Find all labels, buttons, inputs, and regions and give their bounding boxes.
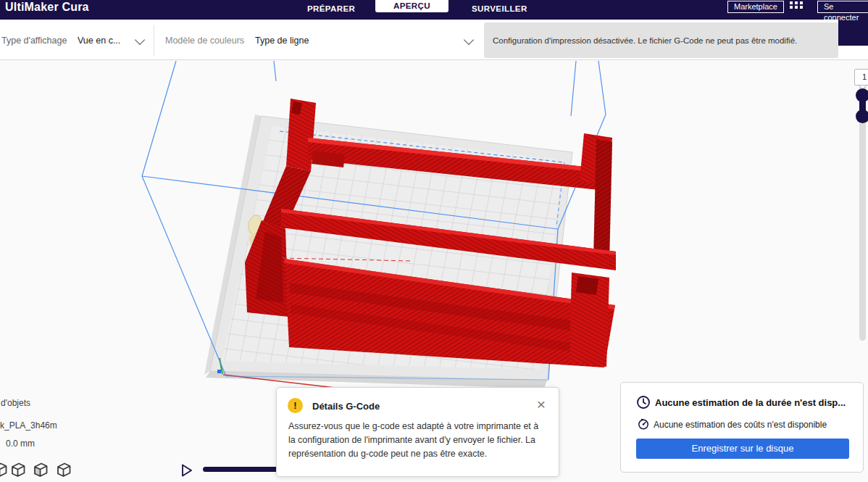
layer-slider-handle-bottom[interactable] — [856, 109, 868, 123]
dialog-body-text: Assurez-vous que le g-code est adapté à … — [288, 420, 546, 461]
layer-slider-handle-top[interactable] — [856, 88, 868, 102]
cube-icon[interactable] — [32, 461, 49, 478]
job-name-label: k_PLA_3h46m — [0, 420, 57, 431]
grid-dot — [800, 6, 803, 9]
sign-in-button[interactable]: Se connecter — [817, 1, 868, 13]
grid-dot — [790, 1, 793, 4]
cost-gauge-icon — [638, 418, 649, 430]
tab-apercu[interactable]: APERÇU — [375, 0, 448, 12]
cube-icon[interactable] — [9, 461, 27, 478]
header-extension — [838, 20, 868, 46]
disabled-config-notice: Configuration d'impression désactivée. L… — [484, 22, 838, 58]
cura-app-window: UltiMaker Cura PRÉPARER APERÇU SURVEILLE… — [0, 0, 868, 482]
tab-preparer[interactable]: PRÉPARER — [307, 4, 355, 13]
grid-dot — [790, 6, 793, 9]
color-scheme-dropdown[interactable]: Type de ligne — [255, 36, 309, 46]
display-type-dropdown[interactable]: Vue en c... — [78, 36, 120, 46]
layer-number-badge: 1 — [854, 69, 868, 86]
grid-dot — [795, 1, 798, 4]
warning-icon: ! — [288, 398, 303, 413]
dialog-title: Détails G-Code — [312, 401, 380, 412]
cube-icon[interactable] — [55, 461, 72, 478]
toolbar-divider — [154, 25, 154, 56]
grid-dot — [795, 6, 798, 9]
play-icon[interactable] — [180, 463, 193, 478]
clock-icon — [636, 395, 651, 410]
cube-icon[interactable] — [0, 461, 9, 478]
time-estimate-text: Aucune estimation de la durée n'est disp… — [655, 397, 856, 408]
close-icon[interactable]: × — [534, 397, 548, 412]
layer-height-label: 0.0 mm — [6, 439, 35, 449]
cost-estimate-text: Aucune estimation des coûts n'est dispon… — [654, 420, 827, 430]
marketplace-button[interactable]: Marketplace — [727, 1, 784, 13]
layer-slider-track[interactable] — [859, 86, 866, 341]
grid-dot — [800, 1, 803, 4]
save-to-disk-button[interactable]: Enregistrer sur le disque — [636, 439, 849, 459]
object-list-label: d'objets — [1, 398, 30, 408]
display-type-label: Type d'affichage — [1, 36, 67, 46]
tab-surveiller[interactable]: SURVEILLER — [472, 4, 527, 13]
color-scheme-label: Modèle de couleurs — [165, 36, 244, 46]
gcode-details-dialog: ! Détails G-Code × Assurez-vous que le g… — [276, 387, 559, 477]
app-logo: UltiMaker Cura — [5, 1, 89, 14]
print-output-panel: Aucune estimation de la durée n'est disp… — [620, 382, 864, 473]
app-grid-icon[interactable] — [790, 1, 806, 11]
